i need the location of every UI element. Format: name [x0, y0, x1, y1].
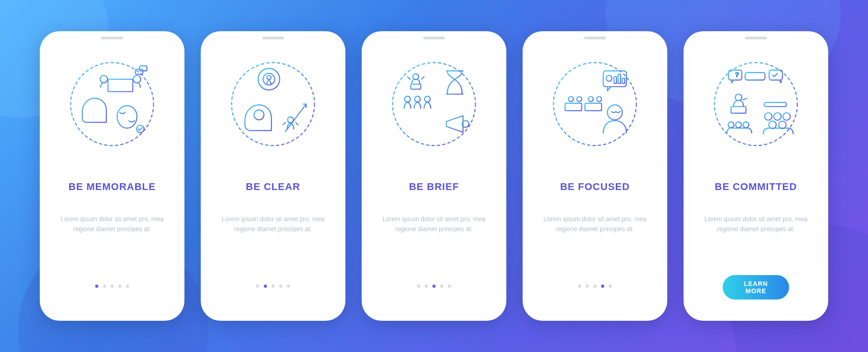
svg-point-53 [735, 94, 742, 101]
screen-body: Lorem ipsum dolor sit amet pro, mea regi… [540, 214, 650, 234]
page-dot[interactable] [272, 285, 275, 288]
brief-icon [384, 54, 484, 154]
svg-point-35 [553, 62, 636, 145]
page-dot[interactable] [448, 285, 451, 288]
phone-notch [80, 31, 144, 43]
page-dot[interactable] [594, 285, 597, 288]
svg-point-29 [405, 96, 410, 102]
screen-body: Lorem ipsum dolor sit amet pro, mea regi… [218, 214, 328, 234]
memorable-icon [62, 54, 162, 154]
svg-point-55 [764, 113, 772, 120]
svg-rect-38 [614, 77, 617, 84]
svg-point-43 [568, 97, 573, 102]
page-dot[interactable] [103, 285, 106, 288]
phone-screen: BE MEMORABLE Lorem ipsum dolor sit amet … [45, 37, 179, 315]
svg-point-46 [597, 97, 602, 102]
svg-rect-52 [745, 72, 765, 80]
page-dot[interactable] [440, 285, 443, 288]
page-dots [578, 285, 612, 288]
page-dot[interactable] [601, 285, 604, 288]
svg-point-5 [133, 76, 141, 83]
page-dots [256, 285, 290, 288]
page-dots [95, 285, 129, 288]
phone-row: BE MEMORABLE Lorem ipsum dolor sit amet … [0, 0, 868, 352]
phone-committed: ? [684, 31, 828, 321]
page-dot[interactable] [95, 285, 99, 288]
screen-title: BE MEMORABLE [69, 181, 156, 193]
page-dot[interactable] [118, 285, 122, 288]
phone-screen: BE CLEAR Lorem ipsum dolor sit amet pro,… [206, 37, 340, 315]
page-dot[interactable] [578, 285, 581, 288]
page-dot[interactable] [111, 285, 114, 288]
phone-memorable: BE MEMORABLE Lorem ipsum dolor sit amet … [40, 31, 184, 321]
svg-rect-41 [565, 103, 582, 111]
svg-point-31 [425, 96, 430, 102]
svg-rect-39 [618, 74, 621, 83]
learn-more-button[interactable]: LEARN MORE [723, 275, 789, 300]
svg-rect-63 [764, 102, 787, 106]
phone-screen: BE BRIEF Lorem ipsum dolor sit amet pro,… [367, 37, 501, 315]
svg-rect-42 [585, 103, 602, 111]
screen-title: BE FOCUSED [560, 181, 630, 193]
screen-body: Lorem ipsum dolor sit amet pro, mea regi… [57, 214, 167, 234]
page-dot[interactable] [609, 285, 612, 288]
screen-body: Lorem ipsum dolor sit amet pro, mea regi… [701, 214, 811, 234]
committed-icon: ? [706, 54, 806, 154]
page-dot[interactable] [256, 285, 259, 288]
svg-point-57 [783, 113, 791, 120]
screen-title: BE COMMITTED [715, 181, 797, 193]
page-dot[interactable] [417, 285, 420, 288]
page-dot[interactable] [264, 285, 267, 288]
phone-screen: BE FOCUSED Lorem ipsum dolor sit amet pr… [528, 37, 662, 315]
svg-point-60 [728, 122, 734, 128]
phone-notch [724, 31, 788, 43]
phone-screen: ? [689, 37, 823, 315]
page-dot[interactable] [287, 285, 290, 288]
svg-point-19 [254, 110, 264, 120]
svg-point-30 [415, 96, 420, 102]
page-dot[interactable] [425, 285, 428, 288]
page-dots [417, 285, 451, 288]
svg-point-14 [267, 76, 271, 80]
svg-point-56 [774, 113, 781, 120]
svg-point-44 [577, 97, 582, 102]
svg-point-37 [606, 76, 612, 81]
page-dot[interactable] [126, 285, 129, 288]
phone-focused: BE FOCUSED Lorem ipsum dolor sit amet pr… [523, 31, 667, 321]
focused-icon [545, 54, 645, 154]
svg-point-58 [769, 121, 776, 129]
svg-rect-40 [623, 78, 625, 83]
svg-point-62 [743, 122, 749, 128]
svg-point-61 [736, 122, 741, 128]
phone-notch [563, 31, 627, 43]
svg-rect-54 [731, 107, 746, 114]
svg-rect-1 [108, 79, 133, 92]
svg-point-45 [588, 97, 593, 102]
svg-point-4 [100, 76, 108, 83]
screen-title: BE CLEAR [246, 181, 300, 193]
screen-body: Lorem ipsum dolor sit amet pro, mea regi… [379, 214, 489, 234]
phone-brief: BE BRIEF Lorem ipsum dolor sit amet pro,… [362, 31, 506, 321]
page-dot[interactable] [586, 285, 589, 288]
phone-notch [402, 31, 466, 43]
screen-title: BE BRIEF [409, 181, 459, 193]
svg-point-59 [778, 121, 786, 129]
svg-point-25 [288, 117, 293, 123]
clear-icon [223, 54, 323, 154]
svg-text:?: ? [735, 71, 739, 78]
svg-rect-28 [411, 84, 421, 89]
phone-clear: BE CLEAR Lorem ipsum dolor sit amet pro,… [201, 31, 345, 321]
page-dot[interactable] [279, 285, 283, 288]
phone-notch [241, 31, 305, 43]
page-dot[interactable] [433, 285, 436, 288]
